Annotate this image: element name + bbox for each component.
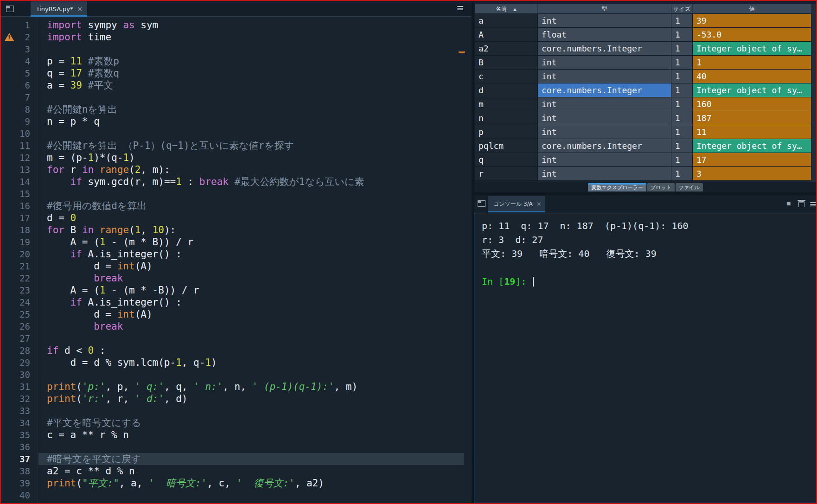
code-line[interactable] [38,128,464,140]
line-number[interactable]: 15 [1,188,38,200]
cell-size[interactable]: 1 [671,111,693,125]
code-line[interactable] [38,405,464,417]
cell-type[interactable]: float [538,28,671,42]
code-line[interactable]: p = 11 #素数p [38,55,464,67]
line-number[interactable]: 23 [1,284,38,296]
console-output-area[interactable]: p: 11 q: 17 n: 187 (p-1)(q-1): 160r: 3 d… [474,213,817,503]
cell-size[interactable]: 1 [671,125,693,139]
line-number[interactable]: 36 [1,441,38,453]
cell-value[interactable]: Integer object of sy… [693,83,811,97]
code-line[interactable]: n = p * q [38,115,464,128]
browse-tabs-icon[interactable] [478,200,485,207]
cell-size[interactable]: 1 [671,14,693,28]
cell-size[interactable]: 1 [671,56,693,70]
column-header-size[interactable]: サイズ [671,4,693,14]
code-line[interactable] [38,91,464,103]
cell-type[interactable]: int [538,97,671,111]
code-line[interactable] [38,188,464,200]
line-number[interactable]: 41 [1,501,38,503]
line-number[interactable]: 38 [1,465,38,477]
line-number[interactable]: 25 [1,308,38,320]
code-line[interactable]: #暗号文を平文に戻す [38,453,464,465]
code-line[interactable]: if d < 0 : [38,345,464,357]
code-line[interactable]: q = 17 #素数q [38,67,464,79]
line-number[interactable]: 28 [1,345,38,357]
pane-tab-active[interactable]: 変数エクスプローラー [588,183,646,191]
cell-name[interactable]: B [475,56,538,70]
cell-name[interactable]: c [475,70,538,83]
cell-name[interactable]: A [475,28,538,42]
code-line[interactable]: #復号用の数値dを算出 [38,200,464,212]
cell-value[interactable]: 187 [693,111,811,125]
editor-tab-tinyrsa[interactable]: tinyRSA.py*× [31,1,87,17]
code-line[interactable]: #平文を暗号文にする [38,417,464,429]
cell-value[interactable]: 39 [693,14,811,28]
code-line[interactable]: if A.is_integer() : [38,248,464,260]
cell-value[interactable]: 11 [693,125,811,139]
code-line[interactable]: import time [38,31,464,43]
console-prompt[interactable]: In [19]: [482,274,817,288]
line-number[interactable]: 30 [1,369,38,381]
line-number[interactable]: 39 [1,477,38,489]
code-line[interactable] [38,43,464,55]
line-number[interactable]: 8 [1,103,38,115]
trash-icon[interactable] [798,201,804,207]
code-line[interactable]: #公開鍵nを算出 [38,103,464,115]
cell-value[interactable]: 1 [693,56,811,70]
line-number[interactable]: 31 [1,381,38,393]
console-options-menu-icon[interactable]: ≡ [809,199,817,209]
code-line[interactable] [38,441,464,453]
code-line[interactable]: d = d % sym.lcm(p-1, q-1) [38,357,464,369]
code-line[interactable]: print('p:', p, ' q:', q, ' n:', n, ' (p-… [38,381,464,393]
line-number[interactable]: 33 [1,405,38,417]
line-number[interactable]: 20 [1,248,38,260]
pane-tab-inactive[interactable]: ファイル [676,183,703,191]
close-icon[interactable]: × [77,5,83,13]
cell-name[interactable]: a2 [475,42,538,56]
column-header-type[interactable]: 型 [538,4,671,14]
cell-name[interactable]: d [475,83,538,97]
line-number[interactable]: 6 [1,79,38,91]
pane-tab-inactive[interactable]: プロット [647,183,675,191]
cell-size[interactable]: 1 [671,28,693,42]
code-line[interactable]: c = a ** r % n [38,429,464,441]
code-line[interactable]: for r in range(2, m): [38,164,464,176]
line-number[interactable]: 17 [1,212,38,224]
cell-name[interactable]: n [475,111,538,125]
cell-type[interactable]: core.numbers.Integer [538,42,671,56]
line-number[interactable]: 4 [1,55,38,67]
cell-size[interactable]: 1 [671,83,693,97]
line-number[interactable]: 10 [1,128,38,140]
cell-value[interactable]: 160 [693,97,811,111]
line-number[interactable]: 32 [1,393,38,405]
code-line[interactable]: if A.is_integer() : [38,296,464,308]
line-number[interactable]: 14 [1,176,38,188]
column-header-value[interactable]: 値 [693,4,811,14]
code-line[interactable] [38,369,464,381]
line-number[interactable]: 37 [1,453,38,465]
variable-table-scrollbar[interactable] [811,4,817,182]
code-line[interactable] [38,332,464,345]
line-number[interactable]: 5 [1,67,38,79]
line-number[interactable]: 7 [1,91,38,103]
code-line[interactable]: if sym.gcd(r, m)==1 : break #最大公約数が1なら互い… [38,176,464,188]
code-line[interactable]: d = 0 [38,212,464,224]
code-line[interactable]: m = (p-1)*(q-1) [38,152,464,164]
code-line[interactable]: print("平文:", a, ' 暗号文:', c, ' 復号文:', a2) [38,477,464,489]
cell-size[interactable]: 1 [671,97,693,111]
console-tab[interactable]: コンソール 3/A× [488,196,545,212]
line-number[interactable]: 19 [1,236,38,248]
cell-name[interactable]: p [475,125,538,139]
cell-value[interactable]: 17 [693,153,811,167]
cell-size[interactable]: 1 [671,70,693,83]
line-number[interactable]: 3 [1,43,38,55]
cell-type[interactable]: int [538,56,671,70]
cell-type[interactable]: core.numbers.Integer [538,83,671,97]
stop-icon[interactable]: ■ [786,201,791,206]
cell-value[interactable]: 3 [693,167,811,181]
code-line[interactable] [38,489,464,501]
column-header-name[interactable]: 名前▲ [475,4,538,14]
cell-size[interactable]: 1 [671,139,693,153]
cell-name[interactable]: a [475,14,538,28]
cell-name[interactable]: r [475,167,538,181]
